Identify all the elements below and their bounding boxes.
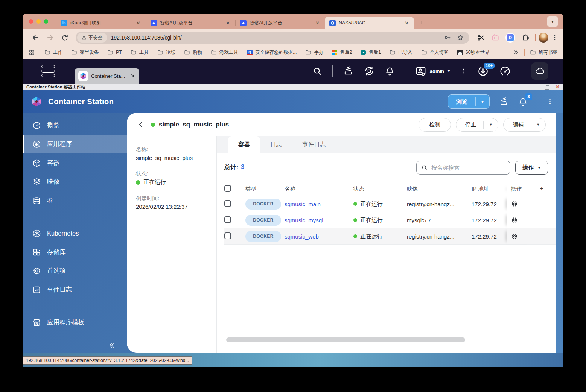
bookmark-item[interactable]: Q安全储存您的数据...	[247, 49, 297, 56]
edit-split-button[interactable]: 编辑 ▼	[503, 118, 546, 132]
container-name-link[interactable]: sqmusic_web	[285, 233, 319, 240]
user-menu[interactable]: admin ▼	[415, 65, 451, 77]
column-header[interactable]: +	[534, 185, 552, 192]
background-tasks-icon[interactable]	[342, 65, 354, 77]
actions-button[interactable]: 操作 ▼	[515, 161, 548, 175]
bookmark-item[interactable]: PT	[107, 49, 122, 55]
profile-avatar[interactable]	[539, 33, 548, 43]
bookmark-item[interactable]: 购物	[184, 49, 202, 56]
browser-menu-icon[interactable]	[551, 34, 558, 41]
column-header[interactable]: 映像	[407, 185, 472, 193]
d-extension-icon[interactable]: D	[505, 33, 515, 43]
back-chevron-icon[interactable]	[137, 120, 145, 129]
bookmark-item[interactable]: 论坛	[157, 49, 175, 56]
options-dots-icon[interactable]	[460, 68, 467, 74]
bookmark-item[interactable]: 60秒看世界	[457, 49, 490, 56]
table-row[interactable]: DOCKERsqmusic_web正在运行registry.cn-hangz..…	[224, 228, 556, 245]
row-settings-gear-icon[interactable]	[511, 200, 518, 208]
resource-monitor-icon[interactable]	[499, 65, 511, 77]
url-text[interactable]: 192.168.100.114:7086/cgi-bin/	[111, 35, 444, 41]
tab-close-icon[interactable]: ✕	[403, 20, 410, 26]
address-bar[interactable]: 不安全 192.168.100.114:7086/cgi-bin/	[76, 32, 469, 44]
myqnapcloud-button[interactable]	[531, 62, 548, 80]
bookmarks-overflow-icon[interactable]	[513, 49, 519, 55]
screenshot-extension-icon[interactable]	[477, 33, 485, 42]
all-bookmarks-folder[interactable]: 所有书签	[530, 49, 557, 56]
row-settings-gear-icon[interactable]	[511, 232, 518, 240]
column-header[interactable]: 类型	[245, 185, 285, 193]
tab-close-icon[interactable]: ✕	[314, 20, 321, 26]
stop-label[interactable]: 停止	[456, 121, 483, 128]
column-header[interactable]: 状态	[353, 185, 407, 193]
sync-icon[interactable]	[364, 65, 375, 77]
bookmark-item[interactable]: 工具	[131, 49, 149, 56]
browser-tab[interactable]: iKiKuai-端口映射✕	[56, 17, 146, 29]
detail-tab[interactable]: 事件日志	[292, 136, 336, 153]
row-settings-gear-icon[interactable]	[511, 216, 518, 224]
apps-grid-icon[interactable]	[29, 49, 35, 56]
edit-label[interactable]: 编辑	[504, 121, 531, 128]
qnap-app-tab[interactable]: Container Sta...	[75, 68, 139, 84]
cs-notifications-button[interactable]: 3	[518, 97, 528, 107]
tab-search-button[interactable]: ▼	[547, 16, 558, 27]
back-icon[interactable]	[31, 33, 40, 42]
row-checkbox[interactable]	[224, 200, 231, 207]
stop-caret-icon[interactable]: ▼	[484, 123, 498, 126]
sidebar-item-eventlog[interactable]: 事件日志	[23, 280, 127, 299]
container-name-link[interactable]: sqmusic_main	[285, 201, 321, 207]
mac-zoom-button[interactable]	[44, 19, 48, 24]
browser-tab[interactable]: ◆智谱AI开放平台✕	[146, 17, 235, 29]
select-all-checkbox[interactable]	[224, 185, 231, 192]
cs-tasks-icon[interactable]	[499, 97, 509, 107]
inspect-button[interactable]: 检测	[419, 118, 451, 132]
sidebar-item-store[interactable]: 应用程序模板	[23, 313, 127, 332]
sidebar-item-layers[interactable]: 映像	[23, 172, 127, 191]
tab-close-icon[interactable]: ✕	[224, 20, 231, 26]
sidebar-item-registry[interactable]: 存储库	[23, 243, 127, 261]
browse-label[interactable]: 浏览	[448, 98, 475, 105]
bookmark-item[interactable]: 售后2	[332, 49, 352, 56]
bookmark-star-icon[interactable]	[457, 34, 464, 41]
firmware-update-button[interactable]: 10+	[477, 65, 489, 77]
sidebar-item-gauge[interactable]: 概览	[23, 116, 127, 135]
sidebar-item-cube[interactable]: 容器	[23, 153, 127, 172]
sidebar-item-apps[interactable]: 应用程序	[23, 135, 127, 153]
detail-tab[interactable]: 日志	[260, 136, 292, 153]
container-name-link[interactable]: sqmusic_mysql	[285, 217, 323, 223]
column-header[interactable]: 操作	[507, 185, 534, 193]
security-chip[interactable]: 不安全	[77, 33, 107, 43]
horizontal-scrollbar[interactable]	[226, 337, 465, 342]
reload-icon[interactable]	[61, 34, 69, 42]
close-app-tab-icon[interactable]	[130, 73, 135, 79]
table-row[interactable]: DOCKERsqmusic_main正在运行registry.cn-hangz.…	[224, 196, 556, 212]
mac-close-button[interactable]	[29, 19, 33, 24]
bookmark-item[interactable]: 工作	[44, 49, 62, 56]
cs-menu-dots-icon[interactable]	[546, 98, 554, 105]
bilibili-extension-icon[interactable]	[491, 33, 499, 42]
mac-minimize-button[interactable]	[36, 19, 41, 24]
sidebar-item-k8s[interactable]: Kubernetes	[23, 224, 127, 243]
detail-tab[interactable]: 容器	[228, 136, 260, 153]
extensions-puzzle-icon[interactable]	[521, 33, 530, 42]
sidebar-collapse-button[interactable]	[23, 342, 127, 353]
tab-close-icon[interactable]: ✕	[135, 20, 142, 26]
forward-icon[interactable]	[46, 33, 55, 42]
browse-caret-icon[interactable]: ▼	[476, 100, 489, 104]
window-minimize-icon[interactable]	[536, 87, 540, 88]
window-maximize-icon[interactable]	[546, 85, 549, 88]
main-menu-icon[interactable]	[41, 65, 55, 77]
browser-tab[interactable]: QNAS5878AC✕	[325, 17, 414, 29]
search-box[interactable]	[416, 161, 510, 175]
bookmark-item[interactable]: 已导入	[390, 49, 412, 56]
browse-split-button[interactable]: 浏览 ▼	[448, 94, 490, 109]
bookmark-item[interactable]: 手办	[305, 49, 323, 56]
row-checkbox[interactable]	[224, 232, 231, 239]
edit-caret-icon[interactable]: ▼	[531, 123, 545, 126]
notifications-bell-icon[interactable]	[385, 66, 395, 76]
table-row[interactable]: DOCKERsqmusic_mysql正在运行mysql:5.7172.29.7…	[224, 212, 556, 228]
stop-split-button[interactable]: 停止 ▼	[456, 118, 498, 132]
window-close-icon[interactable]: ✕	[555, 84, 560, 90]
column-header[interactable]: IP 地址	[472, 185, 507, 193]
search-input[interactable]	[431, 164, 505, 171]
bookmark-item[interactable]: s售后1	[361, 49, 381, 56]
